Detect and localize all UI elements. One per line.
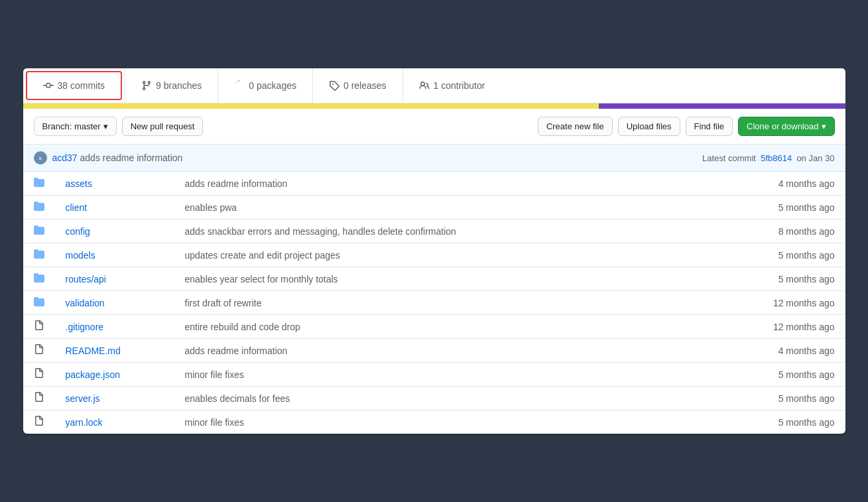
file-message-cell: minor file fixes (174, 363, 698, 387)
file-name-cell: yarn.lock (55, 410, 174, 434)
file-name-cell: .gitignore (55, 315, 174, 339)
file-message-cell: adds snackbar errors and messaging, hand… (174, 220, 698, 243)
chevron-down-icon: ▾ (822, 121, 826, 131)
releases-stat[interactable]: 0 releases (312, 68, 403, 103)
file-name-cell: assets (55, 172, 174, 196)
file-time-cell: 4 months ago (698, 339, 845, 363)
file-message-cell: enables year select for monthly totals (174, 267, 698, 291)
avatar: a (34, 151, 47, 164)
releases-label: 0 releases (343, 80, 387, 91)
branches-stat[interactable]: 9 branches (125, 68, 217, 103)
clone-label: Clone or download (747, 121, 818, 131)
file-icon (23, 387, 55, 410)
table-row: config adds snackbar errors and messagin… (23, 220, 845, 243)
file-time-cell: 5 months ago (698, 196, 845, 220)
branch-label: Branch: master (42, 121, 101, 131)
branches-label: 9 branches (156, 80, 202, 91)
lang-other (599, 103, 845, 109)
file-message-cell: adds readme information (174, 172, 698, 196)
file-message-cell: adds readme information (174, 339, 698, 363)
upload-files-button[interactable]: Upload files (618, 117, 680, 136)
commits-icon (43, 80, 54, 91)
commit-info-row: a acd37 adds readme information Latest c… (23, 145, 845, 172)
chevron-down-icon: ▾ (103, 121, 108, 131)
file-message-cell: enables decimals for fees (174, 387, 698, 410)
commit-meta: Latest commit 5fb8614 on Jan 30 (702, 153, 835, 163)
file-icon (23, 410, 55, 434)
file-time-cell: 5 months ago (698, 363, 845, 387)
file-time-cell: 8 months ago (698, 220, 845, 243)
commit-message: adds readme information (80, 153, 183, 163)
author-link[interactable]: acd37 (52, 153, 78, 163)
file-link[interactable]: client (66, 202, 88, 213)
new-pull-request-button[interactable]: New pull request (122, 117, 204, 136)
file-icon (23, 363, 55, 387)
clone-or-download-button[interactable]: Clone or download ▾ (738, 117, 834, 136)
file-message-cell: updates create and edit project pages (174, 243, 698, 267)
folder-icon (23, 220, 55, 243)
commits-label: 38 commits (58, 80, 105, 91)
table-row: client enables pwa 5 months ago (23, 196, 845, 220)
create-new-file-button[interactable]: Create new file (538, 117, 613, 136)
folder-icon (23, 243, 55, 267)
file-link[interactable]: assets (66, 178, 92, 189)
folder-icon (23, 291, 55, 315)
table-row: server.js enables decimals for fees 5 mo… (23, 387, 845, 410)
file-link[interactable]: routes/api (66, 274, 106, 284)
table-row: .gitignore entire rebuild and code drop … (23, 315, 845, 339)
file-time-cell: 4 months ago (698, 172, 845, 196)
file-link[interactable]: yarn.lock (66, 417, 103, 428)
find-file-button[interactable]: Find file (686, 117, 733, 136)
file-time-cell: 5 months ago (698, 387, 845, 410)
upload-files-label: Upload files (627, 121, 672, 131)
file-name-cell: README.md (55, 339, 174, 363)
file-table: assets adds readme information 4 months … (23, 172, 845, 434)
file-link[interactable]: validation (66, 298, 105, 308)
folder-icon (23, 172, 55, 196)
commits-stat[interactable]: 38 commits (26, 71, 123, 100)
file-time-cell: 5 months ago (698, 243, 845, 267)
table-row: routes/api enables year select for month… (23, 267, 845, 291)
commit-author[interactable]: acd37 (52, 153, 78, 163)
toolbar-left: Branch: master ▾ New pull request (34, 117, 204, 136)
file-message-cell: entire rebuild and code drop (174, 315, 698, 339)
repo-container: 38 commits 9 branches 0 packages (23, 68, 845, 434)
table-row: README.md adds readme information 4 mont… (23, 339, 845, 363)
commit-date: on Jan 30 (796, 153, 834, 163)
table-row: assets adds readme information 4 months … (23, 172, 845, 196)
file-name-cell: package.json (55, 363, 174, 387)
file-link[interactable]: server.js (66, 393, 100, 404)
language-bar (23, 103, 845, 109)
find-file-label: Find file (694, 121, 725, 131)
branches-icon (141, 80, 152, 91)
stats-bar: 38 commits 9 branches 0 packages (23, 68, 845, 103)
table-row: yarn.lock minor file fixes 5 months ago (23, 410, 845, 434)
file-link[interactable]: .gitignore (66, 322, 104, 332)
file-name-cell: routes/api (55, 267, 174, 291)
avatar-image: a (34, 151, 47, 164)
new-pr-label: New pull request (131, 121, 195, 131)
file-name-cell: config (55, 220, 174, 243)
file-time-cell: 5 months ago (698, 410, 845, 434)
file-link[interactable]: package.json (66, 369, 121, 380)
file-link[interactable]: models (66, 250, 95, 261)
commit-hash-link[interactable]: 5fb8614 (761, 153, 792, 163)
contributors-label: 1 contributor (434, 80, 485, 91)
file-icon (23, 315, 55, 339)
lang-javascript (23, 103, 599, 109)
branch-dropdown[interactable]: Branch: master ▾ (34, 117, 117, 136)
file-time-cell: 12 months ago (698, 291, 845, 315)
contributors-stat[interactable]: 1 contributor (403, 68, 501, 103)
folder-icon (23, 196, 55, 220)
table-row: package.json minor file fixes 5 months a… (23, 363, 845, 387)
file-name-cell: server.js (55, 387, 174, 410)
table-row: validation first draft of rewrite 12 mon… (23, 291, 845, 315)
file-link[interactable]: config (66, 226, 90, 237)
file-time-cell: 5 months ago (698, 267, 845, 291)
file-link[interactable]: README.md (66, 345, 121, 356)
file-name-cell: client (55, 196, 174, 220)
hash-label: Latest commit (702, 153, 756, 163)
packages-stat[interactable]: 0 packages (217, 68, 312, 103)
file-icon (23, 339, 55, 363)
contributors-icon (419, 80, 430, 91)
